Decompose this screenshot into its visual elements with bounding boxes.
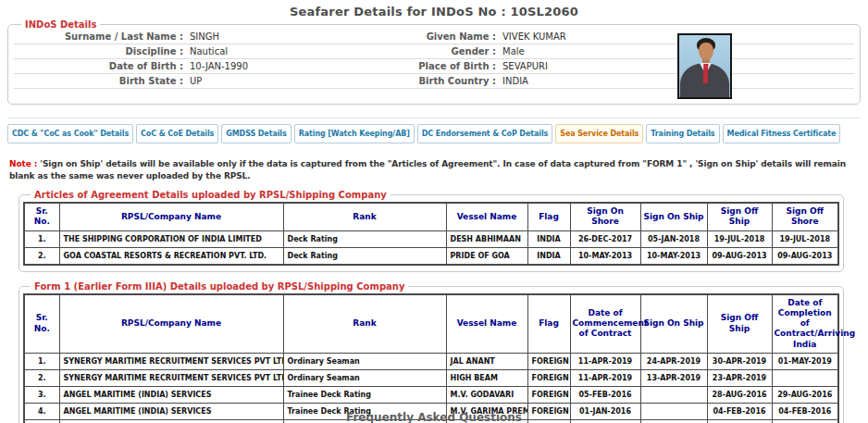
tab-label: Training Details xyxy=(651,130,714,138)
column-header: Sign On Ship xyxy=(640,294,707,354)
table-cell: DESH ABHIMAAN xyxy=(446,230,527,247)
table-cell: JAL ANANT xyxy=(446,353,527,369)
field-value: SINGH xyxy=(190,31,410,42)
field-label: Gender : xyxy=(410,46,502,56)
table-cell: Deck Rating xyxy=(283,230,446,247)
table-cell: FOREIGN xyxy=(527,386,570,403)
table-cell: 26-DEC-2017 xyxy=(570,230,640,247)
articles-of-agreement-section: Articles of Agreement Details uploaded b… xyxy=(19,190,844,272)
table-cell: 3. xyxy=(24,386,59,403)
table-cell xyxy=(772,369,838,386)
tab-cdc-coc-as-cook-details[interactable]: CDC & "CoC as Cook" Details xyxy=(7,124,133,143)
column-header: Sr. No. xyxy=(24,294,59,354)
tab-coc-coe-details[interactable]: CoC & CoE Details xyxy=(136,124,218,143)
column-header: Flag xyxy=(527,294,570,354)
seafarer-photo xyxy=(677,33,732,99)
field-label: Date of Birth : xyxy=(14,61,190,71)
column-header: Sign On Ship xyxy=(640,203,707,230)
indos-details-legend: INDoS Details xyxy=(21,19,100,30)
column-header: Sign Off Shore xyxy=(772,203,838,230)
table-cell: 23-APR-2019 xyxy=(707,369,772,386)
table-cell: FOREIGN xyxy=(527,369,570,386)
header-row: Sr. No.RPSL/Company NameRankVessel NameF… xyxy=(24,203,838,230)
table-cell: Deck Rating xyxy=(283,247,446,265)
note-body: 'Sign on Ship' details will be available… xyxy=(9,159,846,180)
tab-label: GMDSS Details xyxy=(226,130,286,138)
column-header: RPSL/Company Name xyxy=(59,294,283,354)
column-header: Date of Commencement of Contract xyxy=(570,294,640,354)
articles-of-agreement-legend: Articles of Agreement Details uploaded b… xyxy=(31,190,391,200)
column-header: Sr. No. xyxy=(24,203,59,230)
tab-training-details[interactable]: Training Details xyxy=(646,124,719,143)
field-label: Birth State : xyxy=(14,76,190,86)
field-label: Place of Birth : xyxy=(410,61,502,71)
table-cell: 19-JUL-2018 xyxy=(772,230,838,247)
table-cell: 10-MAY-2013 xyxy=(570,247,640,265)
table-cell: 24-APR-2019 xyxy=(640,353,707,369)
table-cell: 05-JAN-2018 xyxy=(640,230,707,247)
column-header: Rank xyxy=(283,294,446,354)
tab-label: Medical Fitness Certificate xyxy=(727,130,837,138)
form1-details-table: Sr. No.RPSL/Company NameRankVessel NameF… xyxy=(23,293,839,423)
tab-label: Rating [Watch Keeping/AB] xyxy=(299,130,410,138)
tab-dc-endorsement-cop-details[interactable]: DC Endorsement & CoP Details xyxy=(417,124,552,143)
table-row: 1.SYNERGY MARITIME RECRUITMENT SERVICES … xyxy=(24,353,838,369)
form1-details-legend: Form 1 (Earlier Form IIIA) Details uploa… xyxy=(31,281,408,292)
column-header: Date of Completion of Contract/Arriving … xyxy=(772,294,838,354)
table-cell: 29-AUG-2016 xyxy=(772,386,838,403)
table-cell: INDIA xyxy=(527,247,570,265)
table-cell: 2. xyxy=(24,247,59,265)
field-label: Surname / Last Name : xyxy=(14,31,190,42)
table-cell: FOREIGN xyxy=(527,353,570,369)
table-cell: Trainee Deck Rating xyxy=(283,386,446,403)
table-row: 2.GOA COASTAL RESORTS & RECREATION PVT. … xyxy=(24,247,838,265)
table-cell: GOA COASTAL RESORTS & RECREATION PVT. LT… xyxy=(59,247,283,265)
table-cell: INDIA xyxy=(527,230,570,247)
photo-tie-shape xyxy=(703,64,709,83)
indos-details-section: INDoS Details Surname / Last Name : SING… xyxy=(7,19,861,105)
table-row: 3.ANGEL MARITIME (INDIA) SERVICESTrainee… xyxy=(24,386,838,403)
articles-of-agreement-table: Sr. No.RPSL/Company NameRankVessel NameF… xyxy=(23,202,839,266)
tab-bar: CDC & "CoC as Cook" Details CoC & CoE De… xyxy=(7,118,861,143)
table-cell: SYNERGY MARITIME RECRUITMENT SERVICES PV… xyxy=(59,369,283,386)
table-cell xyxy=(640,386,707,403)
table-row: 1.THE SHIPPING CORPORATION OF INDIA LIMI… xyxy=(24,230,838,247)
table-cell: 1. xyxy=(24,230,59,247)
table-cell: 05-FEB-2016 xyxy=(570,386,640,403)
table-cell: PRIDE OF GOA xyxy=(446,247,527,265)
table-cell: HIGH BEAM xyxy=(446,369,527,386)
note-text: Note : 'Sign on Ship' details will be av… xyxy=(9,158,859,182)
table-row: 2.SYNERGY MARITIME RECRUITMENT SERVICES … xyxy=(24,369,838,386)
table-cell: ANGEL MARITIME (INDIA) SERVICES xyxy=(59,386,283,403)
table-cell: Ordinary Seaman xyxy=(283,353,446,369)
table-cell: 28-AUG-2016 xyxy=(707,386,772,403)
tab-label: Sea Service Details xyxy=(560,130,639,138)
table-cell: M.V. GODAVARI xyxy=(446,386,527,403)
table-cell: 2. xyxy=(24,369,59,386)
field-label: Given Name : xyxy=(410,31,502,42)
tab-gmdss-details[interactable]: GMDSS Details xyxy=(221,124,291,143)
tab-label: CoC & CoE Details xyxy=(141,130,214,138)
table-cell: 1. xyxy=(24,353,59,369)
column-header: Vessel Name xyxy=(446,203,527,230)
column-header: Sign Off Ship xyxy=(707,294,772,354)
table-cell: 19-JUL-2018 xyxy=(707,230,772,247)
tab-medical-fitness-certificate[interactable]: Medical Fitness Certificate xyxy=(723,124,841,143)
tab-rating-watch-keeping-ab[interactable]: Rating [Watch Keeping/AB] xyxy=(294,124,415,143)
note-prefix: Note : xyxy=(9,159,37,168)
table-cell: 09-AUG-2013 xyxy=(772,247,838,265)
faq-link[interactable]: Frequently Asked Questions xyxy=(0,411,868,423)
table-cell: Ordinary Seaman xyxy=(283,369,446,386)
column-header: Sign On Shore xyxy=(570,203,640,230)
column-header: Rank xyxy=(283,203,446,230)
tab-sea-service-details[interactable]: Sea Service Details xyxy=(555,124,643,143)
header-row: Sr. No.RPSL/Company NameRankVessel NameF… xyxy=(24,294,838,354)
column-header: RPSL/Company Name xyxy=(59,203,283,230)
page-title: Seafarer Details for INDoS No : 10SL2060 xyxy=(0,0,868,19)
column-header: Sign Off Ship xyxy=(707,203,772,230)
table-cell: 01-MAY-2019 xyxy=(772,353,838,369)
tab-label: CDC & "CoC as Cook" Details xyxy=(12,130,129,138)
tab-label: DC Endorsement & CoP Details xyxy=(422,130,548,138)
field-label: Birth Country : xyxy=(410,76,502,86)
table-cell: 10-MAY-2013 xyxy=(640,247,707,265)
